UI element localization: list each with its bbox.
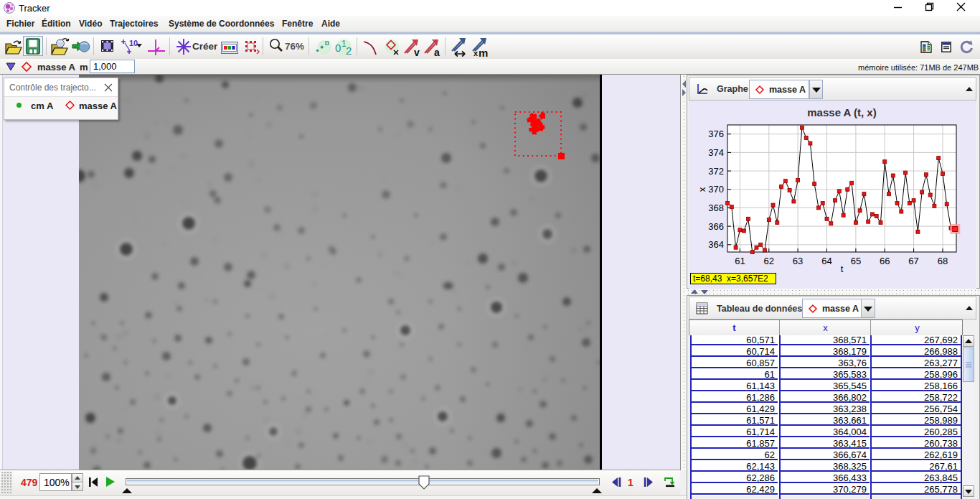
svg-text:67: 67	[908, 256, 918, 266]
svg-text:61: 61	[735, 256, 745, 266]
svg-text:374: 374	[708, 147, 724, 158]
svg-text:62: 62	[764, 256, 774, 266]
svg-text:2: 2	[346, 45, 352, 57]
svg-text:66: 66	[880, 256, 890, 266]
svg-text:10: 10	[129, 39, 138, 47]
svg-text:368: 368	[708, 202, 724, 213]
svg-text:63: 63	[793, 256, 803, 266]
svg-text:68: 68	[938, 256, 948, 266]
svg-text:372: 372	[708, 166, 724, 177]
svg-text:64: 64	[821, 256, 831, 266]
svg-text:t: t	[841, 264, 844, 274]
svg-text:364: 364	[708, 239, 724, 250]
svg-text:x: x	[473, 49, 479, 57]
svg-text:370: 370	[708, 184, 724, 195]
svg-text:65: 65	[851, 256, 861, 266]
svg-text:366: 366	[708, 221, 724, 232]
svg-text:m: m	[479, 47, 488, 58]
svg-text:x: x	[697, 187, 707, 192]
svg-text:v: v	[414, 47, 420, 57]
svg-text:a: a	[434, 47, 440, 57]
svg-text:0: 0	[335, 42, 341, 54]
svg-text:376: 376	[708, 129, 724, 139]
svg-text:masse A (t, x): masse A (t, x)	[807, 106, 876, 118]
